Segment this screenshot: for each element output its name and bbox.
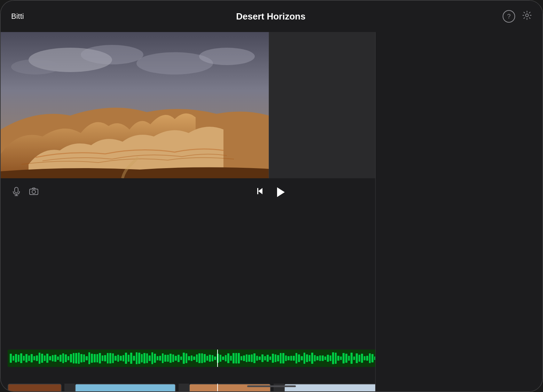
waveform-bar [157,356,159,360]
waveform-bar [261,354,263,362]
video-clip-3[interactable] [189,384,271,392]
waveform-bar [183,353,185,364]
waveform-bar [109,353,111,363]
waveform-bar [83,354,85,362]
waveform-bar [86,356,88,360]
waveform-bar [214,356,216,360]
waveform-bar [125,353,127,364]
svg-point-6 [11,59,60,75]
transition-1[interactable] [64,384,75,392]
waveform-bar [44,355,46,361]
waveform-bar [175,356,177,361]
waveform-bar [31,354,33,362]
waveform-bar [62,353,64,363]
waveform-bar [314,355,316,361]
waveform-bar [277,355,279,362]
waveform-bar [206,356,208,361]
waveform-bar [20,353,22,363]
help-button[interactable]: ? [503,10,515,23]
svg-rect-45 [8,384,62,392]
waveform-bar [359,355,361,361]
full-side-panel [375,1,542,391]
settings-button[interactable] [522,10,532,22]
svg-point-0 [526,14,528,17]
waveform-bar [248,355,250,362]
waveform-bar [102,355,104,361]
waveform-bar [120,356,122,361]
microphone-button[interactable] [11,186,22,199]
waveform-bar [298,354,300,362]
waveform-bar [123,355,125,361]
waveform-bar [243,355,245,361]
waveform-bar [269,356,272,360]
svg-rect-29 [15,187,18,193]
waveform-bar [198,353,200,363]
video-clip-2[interactable] [75,384,176,392]
waveform-bar [143,353,145,363]
svg-marker-34 [258,188,262,194]
video-preview [1,32,269,178]
waveform-bar [36,355,38,361]
waveform-bar [178,355,180,362]
waveform-bar [322,355,324,361]
waveform-bar [309,355,311,362]
waveform-bar [112,353,114,363]
waveform-bar [196,354,198,362]
waveform-bar [23,356,25,361]
transition-2[interactable] [179,384,189,392]
waveform-bar [241,356,243,360]
waveform-bar [52,355,54,361]
waveform-bar [46,354,48,363]
waveform-bar [288,356,290,361]
waveform-bar [204,354,206,362]
waveform-bar [233,353,235,363]
waveform-bar [304,353,306,364]
waveform-bar [337,356,339,361]
waveform-bar [253,353,255,363]
waveform-bar [246,354,248,362]
waveform-bar [13,356,15,361]
waveform-bar [91,354,93,362]
waveform-bar [340,356,342,360]
waveform-bar [235,353,237,363]
waveform-bar [251,354,253,362]
waveform-bar [68,356,70,361]
waveform-bar [306,354,308,362]
device-frame: Bitti Desert Horizons ? [0,0,543,392]
waveform-bar [49,356,51,360]
video-clip-1[interactable] [8,384,62,392]
waveform-bar [369,353,371,363]
waveform-bar [264,356,266,360]
waveform-bar [282,353,284,364]
waveform-bar [33,356,36,361]
waveform-bar [57,356,59,360]
transition-3[interactable] [274,384,284,392]
waveform-bar [361,354,363,363]
waveform-bar [128,355,130,362]
play-icon [277,187,285,197]
waveform-bar [327,355,329,362]
waveform-bar [267,355,269,362]
help-icon: ? [507,13,511,20]
waveform-bar [351,353,353,364]
play-button[interactable] [272,184,288,200]
waveform-bar [259,356,261,360]
skip-to-start-button[interactable] [255,186,265,199]
waveform-bar [10,354,12,362]
waveform-bar [227,353,229,363]
waveform-bar [348,356,350,361]
waveform-bar [220,355,222,362]
waveform-bar [212,355,214,361]
waveform-bar [80,354,82,362]
waveform-bar [136,352,138,364]
waveform-bar [41,354,43,363]
camera-button[interactable] [29,186,39,199]
waveform-bar [275,354,277,362]
waveform-bar [285,355,287,361]
svg-point-5 [199,48,255,65]
waveform-bar [238,353,240,364]
waveform-bar [319,355,321,361]
waveform-bar [222,356,224,360]
waveform-bar [73,353,75,363]
done-button[interactable]: Bitti [11,12,24,21]
